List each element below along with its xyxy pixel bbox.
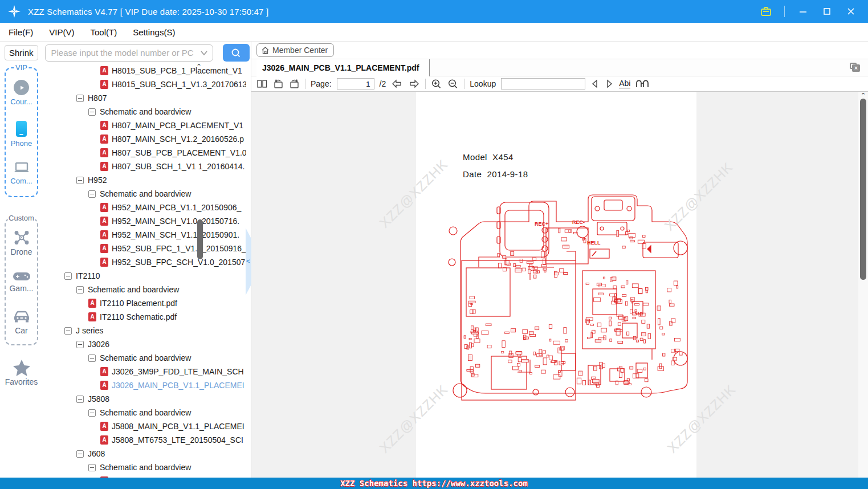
tab-active-document[interactable]: J3026_MAIN_PCB_V1.1_PLACEMENT.pdf xyxy=(256,59,430,76)
zoom-in-icon[interactable] xyxy=(431,79,442,89)
rail-item-course[interactable]: Cour... xyxy=(0,80,43,106)
tree-node[interactable]: J5808 xyxy=(43,392,246,406)
find-next-icon[interactable] xyxy=(605,79,614,89)
rail-item-drone[interactable]: Drone xyxy=(0,230,43,256)
menu-tool[interactable]: Tool(T) xyxy=(91,27,117,37)
collapse-minus-icon[interactable] xyxy=(88,464,96,471)
shrink-button[interactable]: Shrink xyxy=(5,45,38,60)
tree-file[interactable]: AH952_MAIN_PCB_V1.1_20150906_ xyxy=(43,201,246,214)
tree-file[interactable]: AIT2110 Placement.pdf xyxy=(43,296,246,310)
close-button[interactable] xyxy=(845,6,857,17)
tree-node[interactable]: J3026 xyxy=(43,337,246,351)
next-page-icon[interactable] xyxy=(408,79,420,89)
panel-collapse-handle[interactable]: < xyxy=(246,228,251,295)
tree-node[interactable]: Schematic and boardview xyxy=(43,187,246,201)
pdf-file-icon: A xyxy=(100,217,108,226)
rail-item-car[interactable]: Car xyxy=(0,310,43,335)
rotate-left-icon[interactable] xyxy=(273,79,284,89)
reading-glasses-icon[interactable] xyxy=(635,79,649,89)
tree-node[interactable]: J608 xyxy=(43,447,246,461)
pdf-viewer[interactable]: Model X454 Date 2014-9-18 xyxy=(251,92,868,478)
tree-node[interactable]: Schematic and boardview xyxy=(43,105,246,119)
text-select-tool[interactable]: Abi xyxy=(619,79,630,88)
menu-file[interactable]: File(F) xyxy=(9,27,33,37)
rail-item-computer[interactable]: Com... xyxy=(0,162,43,185)
collapse-minus-icon[interactable] xyxy=(88,190,96,198)
pdf-page: Model X454 Date 2014-9-18 xyxy=(416,92,696,478)
lookup-input[interactable] xyxy=(501,78,585,89)
collapse-minus-icon[interactable] xyxy=(88,108,96,116)
tree-item-label: J5808 xyxy=(88,394,109,404)
collapse-minus-icon[interactable] xyxy=(76,177,84,184)
collapse-minus-icon[interactable] xyxy=(88,354,96,362)
tree-file[interactable]: AH807_SUB_SCH_1_V1 1_20160414. xyxy=(43,160,246,173)
pdf-file-icon: A xyxy=(100,435,108,445)
tree-file[interactable]: AIT2110 Schematic.pdf xyxy=(43,310,246,324)
search-input[interactable] xyxy=(51,48,194,58)
tree-file[interactable]: AH807_MAIN_PCB_PLACEMENT_V1 xyxy=(43,119,246,132)
tree-node[interactable]: Schematic and boardview xyxy=(43,351,246,365)
rotate-right-icon[interactable] xyxy=(289,79,300,89)
rail-item-phone[interactable]: Phone xyxy=(0,121,43,148)
tree-file[interactable]: AJ3026_3M9P_FDD_LTE_MAIN_SCH xyxy=(43,365,246,378)
two-page-view-icon[interactable] xyxy=(256,79,268,89)
viewer-scrollbar[interactable]: ⌃ xyxy=(858,92,868,478)
tree-file[interactable]: AH952_MAIN_SCH_V1.1_20150901. xyxy=(43,228,246,242)
tree-item-label: J3026 xyxy=(88,340,109,349)
collapse-minus-icon[interactable] xyxy=(76,396,84,403)
tree-file[interactable]: AH807_MAIN_SCH_V1.2_20160526.p xyxy=(43,132,246,146)
rail-item-favorites[interactable]: Favorites xyxy=(0,359,43,386)
tree-file[interactable]: AH952_SUB_FPC_SCH_V1.0_201507 xyxy=(43,255,246,269)
collapse-minus-icon[interactable] xyxy=(88,409,96,417)
tree-node[interactable]: J series xyxy=(43,324,246,337)
rail-item-game[interactable]: Gam... xyxy=(0,271,43,293)
previous-page-icon[interactable] xyxy=(391,79,403,89)
page-number-input[interactable] xyxy=(337,78,374,89)
tree-file[interactable]: AH807_SUB_PCB_PLACEMENT_V1.0 xyxy=(43,146,246,160)
chevron-down-icon[interactable] xyxy=(200,50,208,56)
tree-file[interactable]: AH8015_SUB_SCH_1_V1.3_20170613 xyxy=(43,78,246,91)
collapse-minus-icon[interactable] xyxy=(64,272,72,280)
tree-file[interactable]: AH952_SUB_FPC_1_V1.2_20150916_ xyxy=(43,242,246,255)
collapse-minus-icon[interactable] xyxy=(76,95,84,102)
tree-item-label: H952_MAIN_PCB_V1.1_20150906_ xyxy=(112,203,241,212)
maximize-button[interactable] xyxy=(821,6,833,17)
tree-file[interactable]: AJ3026_MAIN_PCB_V1.1_PLACEMEI xyxy=(43,378,246,392)
pcb-placement-drawing: REC+ REC- HELL xyxy=(445,194,690,405)
minimize-button[interactable] xyxy=(797,6,809,17)
tree-node[interactable]: Schematic and boardview xyxy=(43,406,246,419)
tree-node[interactable]: H807 xyxy=(43,91,246,105)
tree-node[interactable]: H952 xyxy=(43,173,246,187)
collapse-minus-icon[interactable] xyxy=(64,327,72,335)
tree-file[interactable]: AJ5808_MT6753_LTE_20150504_SCI xyxy=(43,433,246,447)
member-center-button[interactable]: Member Center xyxy=(256,43,334,57)
collapse-minus-icon[interactable] xyxy=(76,286,84,294)
tree-item-label: J608 xyxy=(88,449,105,458)
menu-settings[interactable]: Settings(S) xyxy=(133,27,175,37)
viewer-scrollbar-thumb[interactable] xyxy=(860,99,866,280)
tree-node[interactable]: Schematic and boardview xyxy=(43,283,246,296)
close-all-tabs-icon[interactable]: × xyxy=(850,63,860,72)
menu-vip[interactable]: VIP(V) xyxy=(49,27,74,37)
tree-scrollbar-thumb[interactable] xyxy=(197,219,203,259)
tree-item-label: J series xyxy=(76,326,103,335)
app-logo-icon xyxy=(7,5,21,18)
pdf-file-icon: A xyxy=(100,80,108,89)
car-icon xyxy=(13,310,31,324)
vip-group-label: VIP xyxy=(14,64,29,72)
tree-item-label: H807_SUB_SCH_1_V1 1_20160414. xyxy=(112,162,245,171)
tree-file[interactable]: AJ5808_MAIN_PCB_V1.1_PLACEMEI xyxy=(43,419,246,433)
find-previous-icon[interactable] xyxy=(590,79,600,89)
play-circle-icon xyxy=(14,80,29,95)
collapse-minus-icon[interactable] xyxy=(76,450,84,458)
tree-node[interactable]: IT2110 xyxy=(43,269,246,283)
collapse-minus-icon[interactable] xyxy=(76,341,84,348)
tree-scroll-up-icon[interactable]: ⌃ xyxy=(196,64,202,71)
tree-file[interactable]: AH8015_SUB_PCB_1_Placement_V1 xyxy=(43,64,246,78)
briefcase-icon[interactable] xyxy=(760,6,772,17)
tree-item-label: H952 xyxy=(88,176,107,185)
tree-file[interactable]: AH952_MAIN_SCH_V1.0_20150716. xyxy=(43,214,246,228)
zoom-out-icon[interactable] xyxy=(447,79,459,89)
tree-node[interactable]: Schematic and boardview xyxy=(43,461,246,474)
search-button[interactable] xyxy=(223,44,250,62)
